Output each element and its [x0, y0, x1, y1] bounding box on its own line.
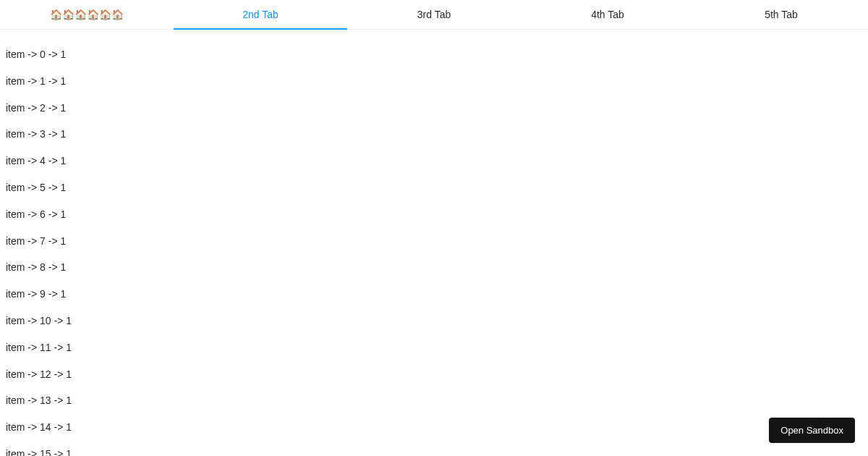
list-item: item -> 4 -> 1	[6, 148, 862, 174]
list-item: item -> 3 -> 1	[6, 121, 862, 148]
tab-3[interactable]: 3rd Tab	[347, 0, 521, 29]
open-sandbox-button[interactable]: Open Sandbox	[769, 418, 855, 443]
list-item: item -> 11 -> 1	[6, 334, 862, 361]
list-item: item -> 5 -> 1	[6, 174, 862, 201]
list-item: item -> 15 -> 1	[6, 441, 862, 456]
tabs-nav: 🏠🏠🏠🏠🏠🏠 2nd Tab 3rd Tab 4th Tab 5th Tab	[0, 0, 868, 30]
tab-4[interactable]: 4th Tab	[521, 0, 694, 29]
tab-content: item -> 0 -> 1 item -> 1 -> 1 item -> 2 …	[0, 30, 868, 456]
list-item: item -> 10 -> 1	[6, 308, 862, 334]
list-item: item -> 8 -> 1	[6, 254, 862, 281]
list-item: item -> 12 -> 1	[6, 361, 862, 388]
list-item: item -> 6 -> 1	[6, 201, 862, 228]
list-item: item -> 0 -> 1	[6, 41, 862, 68]
list-item: item -> 7 -> 1	[6, 228, 862, 255]
list-item: item -> 1 -> 1	[6, 68, 862, 95]
tab-1[interactable]: 🏠🏠🏠🏠🏠🏠	[0, 0, 174, 29]
tab-5[interactable]: 5th Tab	[694, 0, 868, 29]
tab-2[interactable]: 2nd Tab	[174, 0, 347, 29]
list-item: item -> 13 -> 1	[6, 387, 862, 414]
list-item: item -> 2 -> 1	[6, 95, 862, 122]
list-item: item -> 14 -> 1	[6, 414, 862, 441]
list-item: item -> 9 -> 1	[6, 281, 862, 308]
